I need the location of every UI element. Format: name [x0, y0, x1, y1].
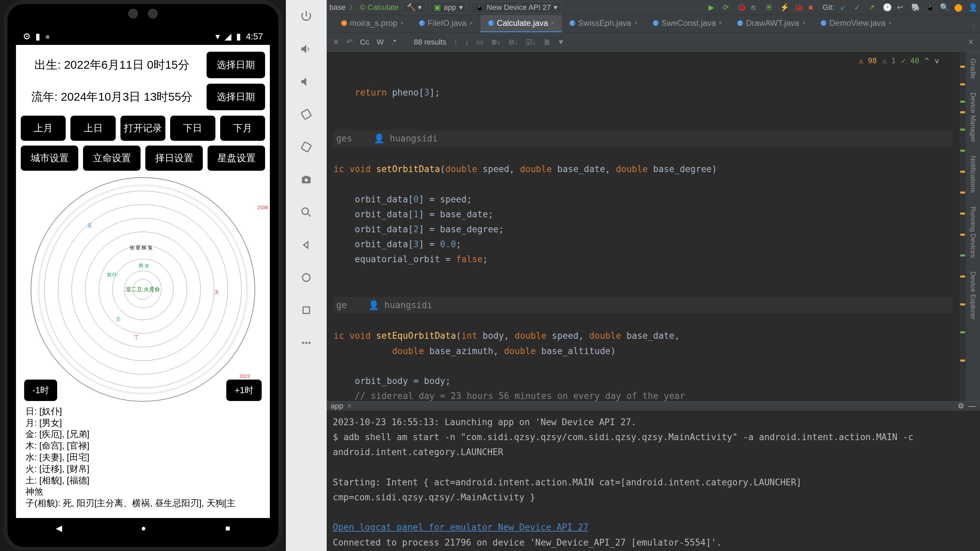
- chart-settings-button[interactable]: 星盘设置: [208, 146, 265, 171]
- breadcrumb[interactable]: base: [329, 3, 346, 12]
- pick-birth-date-button[interactable]: 选择日期: [207, 52, 265, 78]
- pick-day-settings-button[interactable]: 择日设置: [145, 146, 203, 171]
- prev-day-button[interactable]: 上日: [70, 116, 115, 141]
- stop-icon[interactable]: ■: [808, 3, 817, 12]
- life-settings-button[interactable]: 立命设置: [83, 146, 140, 171]
- tab-moira-prop[interactable]: ≡moira_s.prop×: [334, 15, 411, 32]
- attach-icon[interactable]: ⚡: [780, 3, 789, 12]
- minimize-icon[interactable]: —: [969, 402, 976, 411]
- rail-notifications[interactable]: Notifications: [969, 156, 977, 193]
- regex-toggle[interactable]: .*: [391, 38, 396, 47]
- rail-running-devices[interactable]: Running Devices: [969, 206, 977, 258]
- next-month-button[interactable]: 下月: [220, 116, 265, 141]
- power-icon[interactable]: [299, 10, 313, 23]
- rotate-right-icon[interactable]: [299, 140, 313, 154]
- tab-demoview[interactable]: CDemoView.java×: [813, 15, 899, 32]
- words-toggle[interactable]: W: [377, 38, 384, 47]
- select-all-icon[interactable]: ▭: [476, 38, 484, 47]
- volume-up-icon[interactable]: [299, 42, 313, 56]
- zoom-icon[interactable]: [299, 205, 313, 219]
- recents-icon[interactable]: ■: [225, 524, 231, 533]
- phone-screen: ⚙ ▮ ● ▾ ◢ ▮ 4:57 出生: 2022年6月11日 0时15分 选择…: [16, 28, 270, 538]
- more-icon[interactable]: [299, 336, 313, 349]
- console-output[interactable]: 2023-10-23 16:55:13: Launching app on 'N…: [327, 411, 980, 551]
- rotate-left-icon[interactable]: [299, 108, 313, 121]
- home-circle-icon[interactable]: [299, 271, 313, 284]
- back-icon[interactable]: ◀: [56, 524, 62, 533]
- marker-strip[interactable]: [959, 52, 966, 401]
- profile-icon[interactable]: ⎋: [751, 3, 760, 12]
- plus-hour-button[interactable]: +1时: [226, 380, 262, 401]
- account-icon[interactable]: 👤: [969, 3, 977, 12]
- close-find-icon[interactable]: ✕: [333, 38, 339, 47]
- prev-match-icon[interactable]: ↑: [454, 38, 458, 47]
- git-commit-icon[interactable]: ✓: [854, 3, 863, 12]
- console-tab-app[interactable]: app: [331, 402, 343, 411]
- code-editor[interactable]: ⚠ 98 ⚠ 1 ✓ 40 ^ v return pheno[3]; ges 👤…: [327, 52, 959, 401]
- add-selection-icon[interactable]: ⊕↓: [491, 38, 501, 47]
- git-history-icon[interactable]: 🕑: [883, 3, 891, 12]
- close-icon[interactable]: ×: [469, 20, 473, 27]
- run-config-selector[interactable]: ▣ app ▾: [430, 2, 467, 14]
- next-day-button[interactable]: 下日: [170, 116, 215, 141]
- next-match-icon[interactable]: ↓: [465, 38, 469, 47]
- debug-icon[interactable]: 🐞: [737, 3, 746, 12]
- filter-icon[interactable]: ≣: [544, 38, 550, 47]
- build-hammer[interactable]: 🔨 ▾: [402, 2, 426, 14]
- remove-selection-icon[interactable]: ⊖↓: [508, 38, 518, 47]
- tab-swisseph[interactable]: CSwissEph.java×: [562, 15, 645, 32]
- diagnostics[interactable]: ⚠ 98 ⚠ 1 ✓ 40 ^ v: [859, 54, 939, 67]
- tab-overflow-icon[interactable]: ⋮: [968, 19, 980, 32]
- undo-icon[interactable]: ↶: [347, 38, 353, 47]
- overview-icon[interactable]: [299, 303, 313, 317]
- attach-debugger-icon[interactable]: 🐞: [794, 3, 803, 12]
- sync-icon[interactable]: 🐘: [911, 3, 920, 12]
- minus-hour-button[interactable]: -1时: [24, 380, 57, 401]
- device-selector[interactable]: 📱 New Device API 27 ▾: [471, 2, 562, 14]
- logcat-link[interactable]: Open logcat panel for emulator New Devic…: [333, 522, 588, 532]
- close-icon[interactable]: ×: [719, 20, 722, 27]
- pick-flow-date-button[interactable]: 选择日期: [207, 84, 265, 110]
- svg-point-6: [302, 342, 304, 344]
- apply-changes-icon[interactable]: ⟳: [723, 3, 732, 12]
- chevron-up-icon[interactable]: ^: [925, 54, 929, 67]
- rail-gradle[interactable]: Gradle: [969, 59, 977, 79]
- close-icon[interactable]: ×: [634, 20, 638, 27]
- close-icon[interactable]: ×: [888, 20, 892, 27]
- close-icon[interactable]: ×: [551, 20, 555, 27]
- city-settings-button[interactable]: 城市设置: [21, 146, 78, 171]
- chevron-down-icon[interactable]: v: [935, 54, 939, 67]
- tab-fileio[interactable]: CFileIO.java×: [411, 15, 480, 32]
- settings-icon[interactable]: ⬤: [954, 3, 963, 12]
- funnel-icon[interactable]: ▼: [557, 38, 565, 47]
- git-update-icon[interactable]: ↙: [840, 3, 849, 12]
- breadcrumb-calc[interactable]: © Calculate: [360, 3, 399, 12]
- rail-device-explorer[interactable]: Device Explorer: [969, 272, 977, 319]
- git-push-icon[interactable]: ↗: [869, 3, 877, 12]
- prev-month-button[interactable]: 上月: [21, 116, 66, 141]
- home-icon[interactable]: ●: [141, 524, 146, 533]
- run-icon[interactable]: ▶: [708, 3, 717, 12]
- tab-drawawt[interactable]: CDrawAWT.java×: [730, 15, 813, 32]
- close-icon[interactable]: ✕: [968, 38, 974, 47]
- astro-chart[interactable]: 室二立 火度命 男 女 张 星 柳 鬼 奴仆 天 天 丁 壬 2022 2108…: [21, 176, 265, 404]
- match-case-toggle[interactable]: Cc: [360, 38, 369, 47]
- rail-device-manager[interactable]: Device Manager: [969, 92, 977, 142]
- back-icon[interactable]: [299, 238, 313, 252]
- tab-sweconst[interactable]: CSweConst.java×: [645, 15, 730, 32]
- tab-calculate[interactable]: CCalculate.java×: [480, 15, 562, 32]
- open-record-button[interactable]: 打开记录: [121, 116, 165, 141]
- close-icon[interactable]: ×: [347, 402, 352, 411]
- coverage-icon[interactable]: ⛨: [765, 3, 775, 12]
- close-icon[interactable]: ×: [400, 20, 404, 27]
- camera-icon[interactable]: [299, 173, 313, 186]
- search-icon[interactable]: 🔍: [940, 3, 949, 12]
- settings-row: 城市设置 立命设置 择日设置 星盘设置: [21, 146, 265, 171]
- avd-icon[interactable]: 📱: [926, 3, 934, 12]
- volume-down-icon[interactable]: [299, 75, 313, 89]
- multiselect-icon[interactable]: ☑↓: [526, 38, 536, 47]
- git-rollback-icon[interactable]: ↩: [897, 3, 906, 12]
- find-bar: ✕ ↶ Cc W .* 88 results ↑ ↓ ▭ ⊕↓ ⊖↓ ☑↓ ≣ …: [327, 33, 980, 52]
- gear-icon[interactable]: ⚙: [958, 402, 964, 411]
- close-icon[interactable]: ×: [802, 20, 806, 27]
